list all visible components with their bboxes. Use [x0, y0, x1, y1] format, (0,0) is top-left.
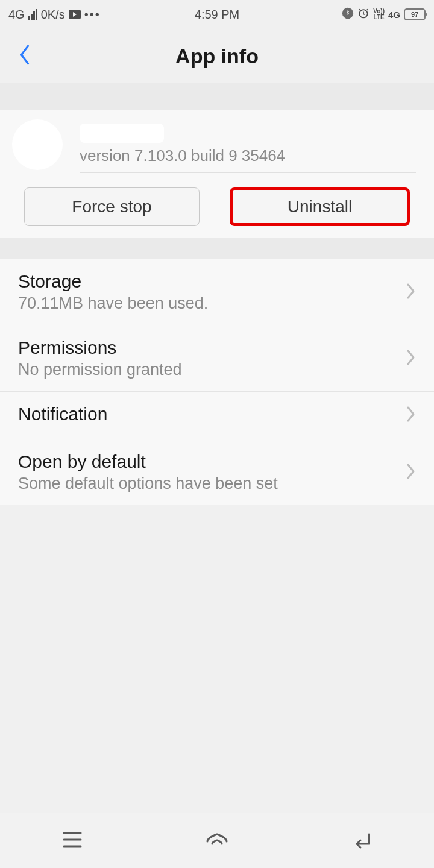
data-speed: 0K/s — [41, 8, 65, 22]
permissions-sub: No permission granted — [18, 360, 406, 379]
signal-icon — [28, 9, 37, 20]
recent-apps-button[interactable] — [60, 829, 84, 852]
settings-list: Storage 70.11MB have been used. Permissi… — [0, 259, 434, 505]
status-time: 4:59 PM — [195, 8, 239, 22]
chevron-right-icon — [406, 283, 416, 302]
storage-title: Storage — [18, 271, 406, 292]
app-info-block: version 7.103.0 build 9 35464 Force stop… — [0, 110, 434, 238]
notification-item[interactable]: Notification — [0, 392, 434, 439]
storage-sub: 70.11MB have been used. — [18, 294, 406, 313]
system-nav-bar — [0, 813, 434, 868]
more-icon: ••• — [84, 8, 101, 22]
bluetooth-icon — [342, 7, 354, 22]
section-spacer — [0, 83, 434, 110]
network-4g-label: 4G — [388, 10, 400, 20]
status-bar: 4G 0K/s ••• 4:59 PM Vo)) LTE 4G 97 — [0, 0, 434, 29]
notification-title: Notification — [18, 404, 406, 424]
page-header: App info — [0, 29, 434, 83]
chevron-right-icon — [406, 406, 416, 425]
action-button-row: Force stop Uninstall — [0, 179, 434, 226]
status-right: Vo)) LTE 4G 97 — [342, 7, 426, 22]
volte-icon: Vo)) LTE — [373, 8, 385, 20]
status-left: 4G 0K/s ••• — [8, 8, 101, 22]
permissions-item[interactable]: Permissions No permission granted — [0, 326, 434, 392]
open-by-default-item[interactable]: Open by default Some default options hav… — [0, 439, 434, 505]
alarm-icon — [357, 7, 370, 22]
home-button[interactable] — [205, 829, 229, 852]
app-name-redacted — [80, 124, 164, 143]
page-title: App info — [175, 45, 259, 68]
app-header: version 7.103.0 build 9 35464 — [0, 110, 434, 179]
app-text: version 7.103.0 build 9 35464 — [80, 116, 416, 173]
chevron-right-icon — [406, 463, 416, 482]
force-stop-button[interactable]: Force stop — [24, 187, 200, 226]
permissions-title: Permissions — [18, 338, 406, 358]
chevron-right-icon — [406, 349, 416, 368]
battery-icon: 97 — [404, 8, 426, 20]
open-by-default-sub: Some default options have been set — [18, 474, 406, 493]
section-spacer — [0, 238, 434, 259]
uninstall-button[interactable]: Uninstall — [230, 187, 410, 226]
network-type: 4G — [8, 8, 25, 22]
back-nav-button[interactable] — [350, 829, 374, 852]
app-version: version 7.103.0 build 9 35464 — [80, 146, 416, 165]
open-by-default-title: Open by default — [18, 451, 406, 472]
play-store-icon — [69, 10, 81, 19]
app-icon — [12, 119, 63, 170]
storage-item[interactable]: Storage 70.11MB have been used. — [0, 259, 434, 326]
back-button[interactable] — [18, 43, 31, 69]
